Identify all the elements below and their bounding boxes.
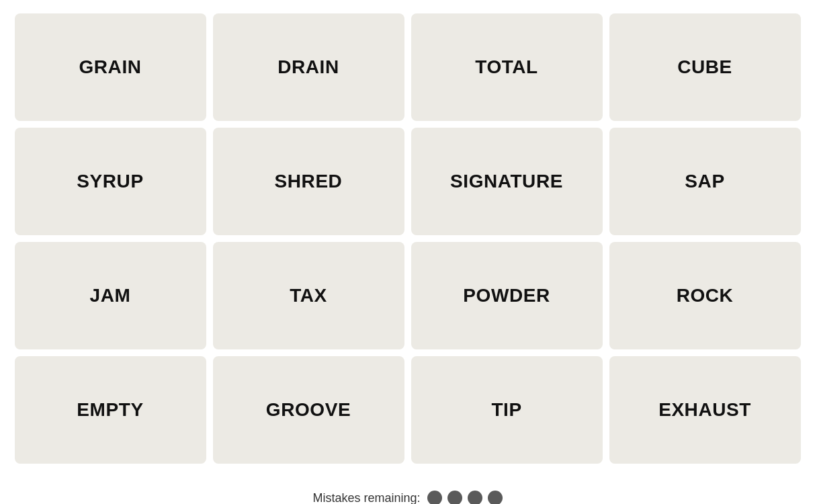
word-grid: GRAINDRAINTOTALCUBESYRUPSHREDSIGNATURESA… bbox=[1, 0, 814, 477]
word-label-grain: GRAIN bbox=[79, 56, 141, 78]
word-card-syrup[interactable]: SYRUP bbox=[15, 128, 206, 235]
word-card-shred[interactable]: SHRED bbox=[213, 128, 404, 235]
word-card-groove[interactable]: GROOVE bbox=[213, 356, 404, 464]
word-label-total: TOTAL bbox=[475, 56, 538, 78]
word-card-grain[interactable]: GRAIN bbox=[15, 13, 206, 121]
word-label-signature: SIGNATURE bbox=[450, 171, 563, 192]
word-label-groove: GROOVE bbox=[266, 399, 351, 421]
word-label-shred: SHRED bbox=[275, 171, 343, 192]
word-card-total[interactable]: TOTAL bbox=[411, 13, 603, 121]
word-label-tip: TIP bbox=[491, 399, 521, 421]
mistake-dot-3 bbox=[468, 491, 482, 504]
word-label-sap: SAP bbox=[685, 171, 724, 192]
word-label-syrup: SYRUP bbox=[77, 171, 143, 192]
word-label-powder: POWDER bbox=[463, 285, 550, 306]
word-card-tip[interactable]: TIP bbox=[411, 356, 603, 464]
word-card-exhaust[interactable]: EXHAUST bbox=[609, 356, 801, 464]
mistake-dot-1 bbox=[427, 491, 442, 504]
word-label-drain: DRAIN bbox=[277, 56, 339, 78]
mistakes-dots-container bbox=[427, 491, 503, 504]
word-card-rock[interactable]: ROCK bbox=[609, 242, 801, 349]
word-card-tax[interactable]: TAX bbox=[213, 242, 404, 349]
word-label-jam: JAM bbox=[90, 285, 131, 306]
mistake-dot-4 bbox=[488, 491, 503, 504]
word-card-jam[interactable]: JAM bbox=[15, 242, 206, 349]
word-card-signature[interactable]: SIGNATURE bbox=[411, 128, 603, 235]
word-card-sap[interactable]: SAP bbox=[609, 128, 801, 235]
mistakes-label: Mistakes remaining: bbox=[312, 491, 420, 505]
word-label-empty: EMPTY bbox=[77, 399, 143, 421]
mistake-dot-2 bbox=[447, 491, 462, 504]
word-label-cube: CUBE bbox=[677, 56, 732, 78]
word-card-cube[interactable]: CUBE bbox=[609, 13, 801, 121]
word-label-tax: TAX bbox=[290, 285, 327, 306]
word-card-empty[interactable]: EMPTY bbox=[15, 356, 206, 464]
word-card-drain[interactable]: DRAIN bbox=[213, 13, 404, 121]
word-card-powder[interactable]: POWDER bbox=[411, 242, 603, 349]
word-label-exhaust: EXHAUST bbox=[658, 399, 751, 421]
mistakes-remaining-row: Mistakes remaining: bbox=[312, 491, 502, 504]
word-label-rock: ROCK bbox=[677, 285, 734, 306]
